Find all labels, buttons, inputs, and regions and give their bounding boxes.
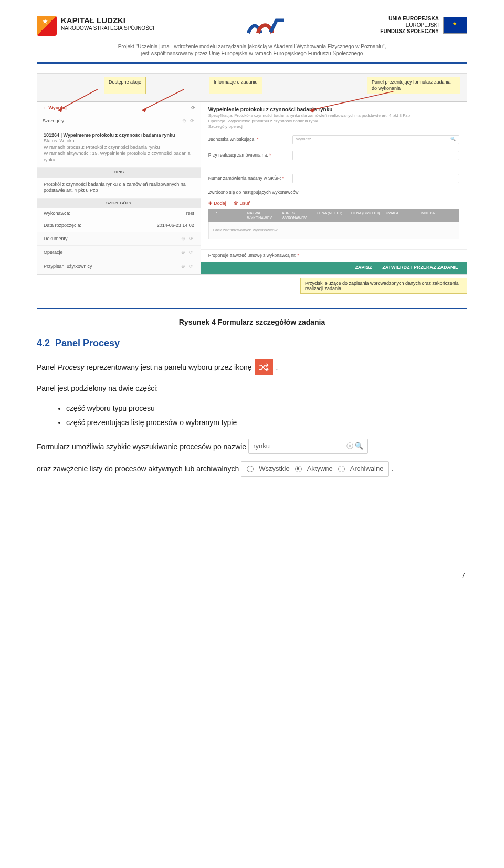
eu-line3: FUNDUSZ SPOŁECZNY — [380, 28, 439, 35]
eu-line1: UNIA EUROPEJSKA — [380, 16, 439, 22]
callout-formpanel: Panel prezentujący formularz zadania do … — [367, 77, 460, 94]
save-button[interactable]: ZAPISZ — [355, 265, 372, 271]
withdraw-button[interactable]: ← Wycofaj — [43, 105, 67, 111]
parts-list: część wyboru typu procesu część prezentu… — [37, 401, 467, 429]
search-input-example[interactable]: rynku ⓧ 🔍 — [248, 439, 368, 454]
page-header: ★ KAPITAŁ LUDZKI NARODOWA STRATEGIA SPÓJ… — [37, 16, 467, 39]
task-status: Status: W toku — [44, 138, 194, 144]
ordernum-input[interactable] — [292, 174, 459, 183]
kl-icon: ★ — [37, 16, 57, 36]
search-icon[interactable]: 🔍 — [355, 442, 363, 450]
list-item: część wyboru typu procesu — [66, 401, 467, 416]
screenshot-task-form: Dostępne akcje Informacje o zadaniu Pane… — [37, 73, 467, 275]
opis-body: Protokół z czynności badania rynku dla z… — [37, 178, 201, 199]
list-item: część prezentująca listę procesów o wybr… — [66, 416, 467, 430]
executor-value: rest — [186, 211, 194, 217]
form-spec: Specyfikacja: Protokół z czynności badan… — [208, 113, 459, 118]
users-controls-icon[interactable]: ⊕ ⟳ — [181, 264, 194, 270]
delete-button[interactable]: 🗑 Usuń — [234, 201, 251, 207]
contractors-label: Zwrócono się do następujących wykonawców… — [208, 190, 300, 195]
radio-active[interactable] — [295, 466, 302, 472]
task-activity: W ramach aktywności: 19. Wypełnienie pro… — [44, 151, 194, 163]
search-icon[interactable]: 🔍 — [450, 137, 456, 142]
collapse-icon[interactable]: ⊖ ⟳ — [182, 118, 195, 125]
realization-input[interactable] — [292, 151, 459, 160]
radio-all[interactable] — [247, 466, 254, 472]
submit-button[interactable]: ZATWIERDŹ I PRZEKAŻ ZADANIE — [382, 265, 458, 271]
form-title: Wypełnienie protokołu z czynności badani… — [208, 106, 459, 113]
eu-logo-block: UNIA EUROPEJSKA EUROPEJSKI FUNDUSZ SPOŁE… — [380, 16, 467, 35]
refresh-icon[interactable]: ⟳ — [191, 105, 195, 111]
startdate-label: Data rozpoczęcia: — [44, 223, 81, 229]
awf-logo — [246, 16, 288, 39]
clear-icon[interactable]: ⓧ — [346, 442, 353, 450]
shuffle-icon — [255, 359, 273, 375]
paragraph-parts: Panel jest podzielony na dwie części: — [37, 383, 467, 394]
add-button[interactable]: ✚ Dodaj — [208, 201, 226, 207]
propose-contractor-label: Proponuje zawrzeć umowę z wykonawcą nr: … — [208, 253, 299, 259]
callout-info: Informacje o zadaniu — [209, 77, 262, 94]
task-left-column: ← Wycofaj ⟳ Szczegóły ⊖ ⟳ 101264 | Wypeł… — [37, 102, 201, 274]
szczegoly-header: SZCZEGÓŁY — [37, 199, 201, 208]
ordernum-label: Numer zamówienia nadany w SKŚF: * — [208, 175, 287, 181]
contractors-empty: Brak zdefiniowanych wykonawców — [208, 222, 459, 239]
task-process: W ramach procesu: Protokół z czynności b… — [44, 144, 194, 151]
paragraph-intro: Panel Procesy reprezentowany jest na pan… — [37, 359, 467, 375]
task-right-column: Wypełnienie protokołu z czynności badani… — [201, 102, 467, 274]
documents-section[interactable]: Dokumenty — [44, 236, 68, 242]
unit-select[interactable]: Wybierz 🔍 — [292, 135, 459, 144]
contractors-table-header: LP. NAZWA WYKONAWCY ADRES WYKONAWCY CENA… — [208, 209, 459, 222]
users-section[interactable]: Przypisani użytkownicy — [44, 264, 92, 270]
eu-flag-icon — [443, 17, 467, 34]
form-opdetails: Szczegóły operacji: — [208, 124, 459, 129]
realization-label: Przy realizacji zamówienia na: * — [208, 152, 287, 158]
kl-subtitle: NARODOWA STRATEGIA SPÓJNOŚCI — [61, 25, 154, 32]
callout-bottom-buttons: Przyciski służące do zapisania wprowadzo… — [300, 278, 467, 294]
details-section-label: Szczegóły — [43, 118, 64, 125]
paragraph-filter: oraz zawężenie listy do procesów aktywny… — [37, 461, 467, 477]
opis-header: OPIS — [37, 168, 201, 177]
project-description: Projekt "Uczelnia jutra - wdrożenie mode… — [37, 43, 467, 57]
radio-archive[interactable] — [338, 466, 345, 472]
task-title: 101264 | Wypełnienie protokołu z czynnoś… — [44, 132, 194, 139]
paragraph-search: Formularz umożliwia szybkie wyszukiwanie… — [37, 439, 467, 454]
logo-kapital-ludzki: ★ KAPITAŁ LUDZKI NARODOWA STRATEGIA SPÓJ… — [37, 16, 154, 36]
page-number: 7 — [37, 571, 467, 580]
form-operation: Operacja: Wypełnienie protokołu z czynno… — [208, 119, 459, 124]
ops-controls-icon[interactable]: ⊕ ⟳ — [181, 250, 194, 256]
header-rule — [37, 62, 467, 64]
kl-title: KAPITAŁ LUDZKI — [61, 16, 154, 25]
status-filter-example[interactable]: Wszystkie Aktywne Archiwalne — [241, 461, 389, 477]
section-heading: 4.2 Panel Procesy — [37, 338, 467, 349]
docs-controls-icon[interactable]: ⊕ ⟳ — [181, 236, 194, 242]
callout-actions: Dostępne akcje — [104, 77, 146, 94]
eu-line2: EUROPEJSKI — [380, 22, 439, 28]
figure-caption: Rysunek 4 Formularz szczegółów zadania — [37, 318, 467, 326]
body-rule — [37, 308, 467, 309]
operations-section[interactable]: Operacje — [44, 250, 63, 256]
unit-label: Jednostka wnioskująca: * — [208, 137, 287, 142]
startdate-value: 2014-06-23 14:02 — [157, 223, 194, 229]
executor-label: Wykonawca: — [44, 211, 70, 217]
